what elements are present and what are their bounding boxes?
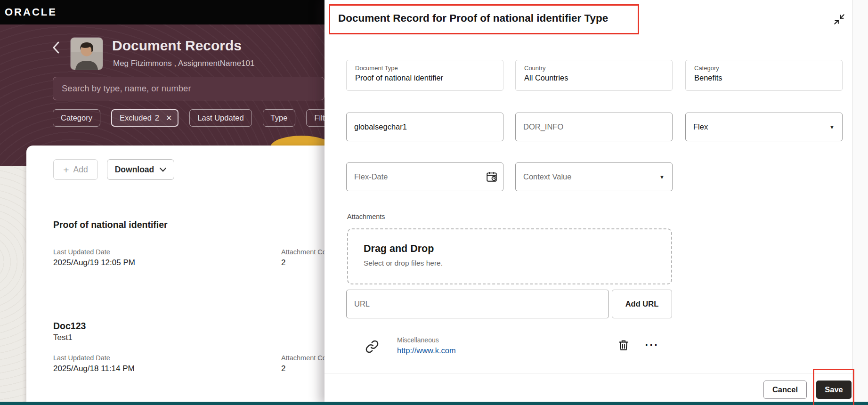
context-value-select[interactable]: Context Value ▼ [515, 162, 673, 191]
chevron-down-icon [160, 168, 166, 172]
field-value: Benefits [694, 73, 835, 82]
delete-attachment-button[interactable] [617, 339, 631, 353]
dropzone-subtitle: Select or drop files here. [364, 259, 671, 267]
filter-chip-category[interactable]: Category [53, 109, 100, 127]
field-country: Country All Countries [515, 60, 673, 91]
chip-label: Last Updated [197, 113, 243, 122]
caret-down-icon: ▼ [829, 124, 835, 130]
url-input[interactable] [346, 290, 609, 318]
attachments-section-label: Attachments [347, 213, 385, 220]
plus-icon: + [63, 165, 69, 175]
document-record-panel: Document Record for Proof of national id… [324, 0, 852, 405]
collapse-panel-button[interactable] [832, 12, 846, 26]
field-label: Category [694, 65, 835, 72]
back-button[interactable] [49, 40, 63, 56]
page-subtitle: Meg Fitzimmons , AssignmentName101 [113, 59, 254, 68]
calendar-icon [486, 170, 498, 183]
record-item-subtitle: Test1 [53, 333, 73, 342]
oracle-logo: ORACLE [5, 6, 57, 18]
filter-chip-type[interactable]: Type [263, 109, 296, 127]
attachment-count-label: Attachment Count [281, 248, 324, 256]
field-label: Country [524, 65, 665, 72]
chip-label: Filters [314, 113, 324, 122]
download-button[interactable]: Download [107, 159, 174, 180]
search-box [53, 77, 324, 100]
attachment-count-label: Attachment Count [281, 354, 324, 362]
cancel-button[interactable]: Cancel [763, 381, 807, 399]
last-updated-label: Last Updated Date [53, 354, 110, 362]
bottom-edge-bar [0, 402, 868, 405]
filter-chip-excluded[interactable]: Excluded 2 ✕ [111, 109, 178, 127]
record-item-title[interactable]: Proof of national identifier [53, 219, 168, 230]
chip-label: Excluded [120, 113, 152, 122]
filter-chip-filters[interactable]: Filters [306, 109, 324, 127]
field-category: Category Benefits [685, 60, 843, 91]
attachment-count-value: 2 [281, 364, 285, 373]
select-placeholder: Context Value [523, 172, 571, 181]
filter-chip-row: Category Excluded 2 ✕ Last Updated Type … [53, 109, 324, 127]
add-button[interactable]: + Add [53, 159, 98, 180]
download-button-label: Download [115, 165, 154, 175]
panel-title: Document Record for Proof of national id… [338, 12, 608, 24]
search-input[interactable] [53, 77, 324, 100]
save-button[interactable]: Save [816, 381, 852, 399]
caret-down-icon: ▼ [659, 174, 665, 180]
page-title: Document Records [112, 38, 242, 54]
records-content-card [26, 146, 324, 402]
app-root: ORACLE Document Records Meg Fitzimmons ,… [0, 0, 868, 405]
attachment-url-link[interactable]: http://www.k.com [397, 346, 456, 355]
globalsegchar-input[interactable] [346, 113, 503, 141]
trash-icon [617, 339, 630, 351]
record-item-title[interactable]: Doc123 [53, 321, 86, 332]
chip-label: Category [61, 113, 92, 122]
last-updated-label: Last Updated Date [53, 248, 110, 256]
filter-chip-last-updated[interactable]: Last Updated [189, 109, 251, 127]
last-updated-value: 2025/Aug/19 12:05 PM [53, 258, 135, 267]
field-value: All Countries [524, 73, 665, 82]
collapse-icon [833, 13, 845, 25]
document-records-page: ORACLE Document Records Meg Fitzimmons ,… [0, 0, 324, 405]
flex-date-field [346, 162, 503, 191]
top-navbar: ORACLE [0, 0, 324, 24]
close-icon[interactable]: ✕ [166, 113, 172, 122]
select-value: Flex [693, 122, 708, 131]
chip-label: Type [271, 113, 288, 122]
add-url-button[interactable]: Add URL [612, 290, 672, 318]
avatar-image [71, 38, 103, 70]
attachment-category: Miscellaneous [397, 336, 439, 344]
link-icon [365, 340, 379, 354]
field-value: Proof of national identifier [355, 73, 495, 82]
field-label: Document Type [355, 65, 495, 72]
scrollbar-track[interactable] [852, 0, 868, 405]
field-document-type: Document Type Proof of national identifi… [346, 60, 503, 91]
chip-count: 2 [155, 113, 159, 122]
footer-divider [324, 373, 852, 373]
avatar [71, 38, 103, 70]
dor-info-input[interactable] [515, 113, 673, 141]
add-button-label: Add [73, 165, 88, 175]
more-actions-button[interactable]: ⋯ [642, 336, 661, 353]
dropzone-title: Drag and Drop [364, 243, 671, 255]
date-picker-button[interactable] [485, 170, 498, 183]
last-updated-value: 2025/Aug/18 11:14 PM [53, 364, 135, 373]
file-dropzone[interactable]: Drag and Drop Select or drop files here. [347, 228, 672, 284]
flex-date-input[interactable] [346, 162, 503, 191]
attachment-count-value: 2 [281, 258, 285, 267]
ellipsis-icon: ⋯ [644, 337, 658, 352]
flex-select[interactable]: Flex ▼ [685, 113, 843, 141]
chevron-left-icon [51, 41, 61, 54]
